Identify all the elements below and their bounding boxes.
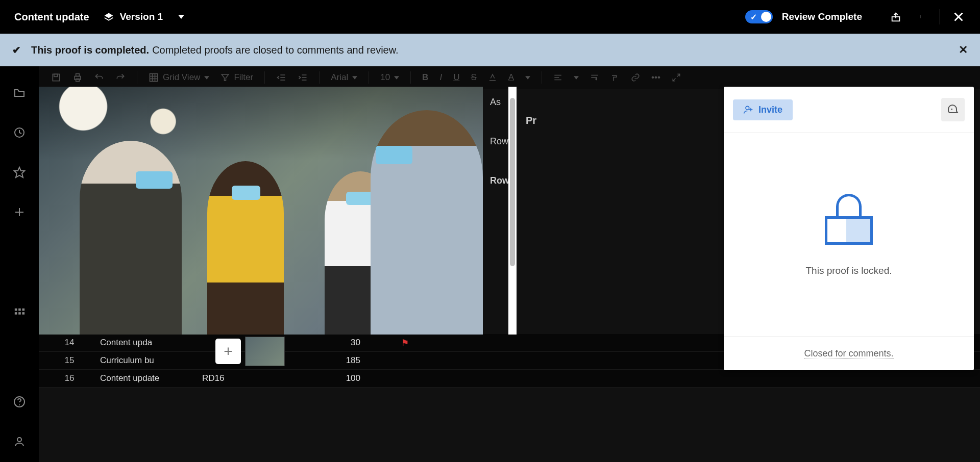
- help-icon[interactable]: [13, 396, 26, 408]
- account-icon[interactable]: [13, 435, 26, 448]
- svg-rect-40: [15, 309, 17, 311]
- wrap-icon: [590, 73, 599, 82]
- svg-marker-27: [352, 76, 357, 80]
- svg-rect-43: [15, 312, 17, 315]
- background-column-pr: Pr: [526, 115, 536, 126]
- folder-icon[interactable]: [13, 87, 26, 99]
- feedback-button[interactable]: [941, 98, 965, 121]
- proof-side-panel: Invite This proof is locked. Closed for …: [724, 87, 974, 370]
- closed-for-comments-text: Closed for comments.: [804, 348, 893, 359]
- review-complete-label: Review Complete: [782, 11, 862, 22]
- proof-image-viewer[interactable]: [39, 87, 483, 335]
- banner-bold-text: This proof is completed.: [31, 44, 149, 56]
- svg-marker-33: [574, 76, 579, 80]
- image-scrollbar[interactable]: [508, 87, 517, 335]
- proof-completed-banner: ✔ This proof is completed. Completed pro…: [0, 34, 980, 66]
- more-menu-button[interactable]: [914, 10, 928, 24]
- print-icon: [72, 72, 83, 83]
- side-panel-header: Invite: [724, 87, 974, 133]
- share-button[interactable]: [889, 10, 903, 24]
- banner-close-button[interactable]: ✕: [959, 43, 968, 57]
- review-complete-toggle[interactable]: ✓: [745, 10, 773, 23]
- view-selector: Grid View: [149, 72, 209, 83]
- scrollbar-thumb[interactable]: [510, 98, 515, 266]
- check-icon: ✓: [750, 12, 757, 22]
- svg-marker-0: [104, 13, 113, 18]
- svg-marker-29: [525, 76, 530, 80]
- svg-marker-20: [222, 74, 229, 81]
- version-label: Version 1: [120, 11, 163, 22]
- bold-icon: B: [422, 72, 428, 83]
- image-person: [371, 110, 483, 335]
- svg-point-49: [746, 106, 749, 110]
- background-column-headers: As Row Row: [490, 97, 509, 186]
- italic-icon: I: [439, 72, 442, 83]
- svg-rect-12: [76, 74, 80, 76]
- check-icon: ✔: [12, 44, 21, 56]
- svg-line-34: [677, 74, 679, 76]
- indent-icon: [298, 72, 308, 83]
- svg-rect-41: [18, 309, 21, 311]
- textcolor-icon: A: [508, 72, 514, 83]
- svg-rect-42: [22, 309, 25, 311]
- flag-icon: ⚑: [401, 338, 409, 348]
- redo-icon: [115, 72, 126, 83]
- version-thumbnail[interactable]: [245, 337, 285, 366]
- align-icon: [553, 73, 562, 82]
- add-icon[interactable]: [13, 206, 26, 218]
- svg-point-48: [17, 438, 21, 442]
- add-version-button[interactable]: +: [215, 339, 241, 364]
- side-panel-body: This proof is locked.: [724, 133, 974, 337]
- underline-icon: U: [453, 72, 459, 83]
- svg-marker-37: [14, 167, 24, 177]
- svg-rect-14: [150, 74, 158, 82]
- svg-point-6: [920, 17, 920, 18]
- locked-text: This proof is locked.: [806, 265, 892, 276]
- background-sheet-toolbar: Grid View Filter Arial 10 B I U S A •••: [0, 66, 980, 89]
- divider: [940, 9, 940, 24]
- close-button[interactable]: [951, 10, 966, 24]
- undo-icon: [94, 72, 104, 83]
- invite-label: Invite: [758, 105, 782, 115]
- fontsize-selector: 10: [380, 72, 399, 83]
- save-icon: [51, 72, 61, 83]
- grid-row: 16 Content update RD16 100: [39, 370, 980, 388]
- image-person: [80, 141, 182, 335]
- filter-button: Filter: [220, 72, 253, 83]
- svg-rect-10: [54, 74, 58, 76]
- caret-down-icon: [178, 15, 184, 19]
- lock-icon: [825, 194, 873, 245]
- svg-point-5: [920, 16, 920, 17]
- svg-point-4: [920, 15, 920, 16]
- svg-rect-44: [18, 312, 21, 315]
- toggle-knob: [761, 12, 771, 22]
- svg-marker-28: [394, 76, 399, 80]
- svg-marker-19: [204, 76, 209, 80]
- banner-text: Completed proofs are closed to comments …: [152, 44, 398, 56]
- apps-icon[interactable]: [13, 307, 26, 319]
- invite-button[interactable]: Invite: [733, 99, 793, 120]
- more-icon: •••: [651, 72, 660, 83]
- format-icon: [610, 73, 620, 82]
- svg-line-35: [673, 79, 675, 81]
- svg-marker-1: [178, 15, 184, 19]
- svg-point-47: [19, 404, 20, 405]
- expand-icon: [672, 73, 681, 82]
- proof-title: Content update: [14, 11, 89, 23]
- strike-icon: S: [471, 72, 476, 83]
- link-icon: [631, 73, 640, 82]
- recents-icon[interactable]: [13, 126, 26, 139]
- svg-rect-45: [22, 312, 25, 315]
- font-selector: Arial: [331, 72, 357, 83]
- version-stack-icon: [104, 12, 114, 22]
- fill-icon: [488, 73, 497, 82]
- version-selector[interactable]: Version 1: [104, 11, 185, 22]
- outdent-icon: [276, 72, 286, 83]
- side-panel-footer: Closed for comments.: [724, 337, 974, 370]
- favorites-icon[interactable]: [13, 166, 26, 178]
- proof-topbar: Content update Version 1 ✓ Review Comple…: [0, 0, 980, 34]
- left-nav-rail: [0, 66, 39, 462]
- image-person: [207, 161, 284, 335]
